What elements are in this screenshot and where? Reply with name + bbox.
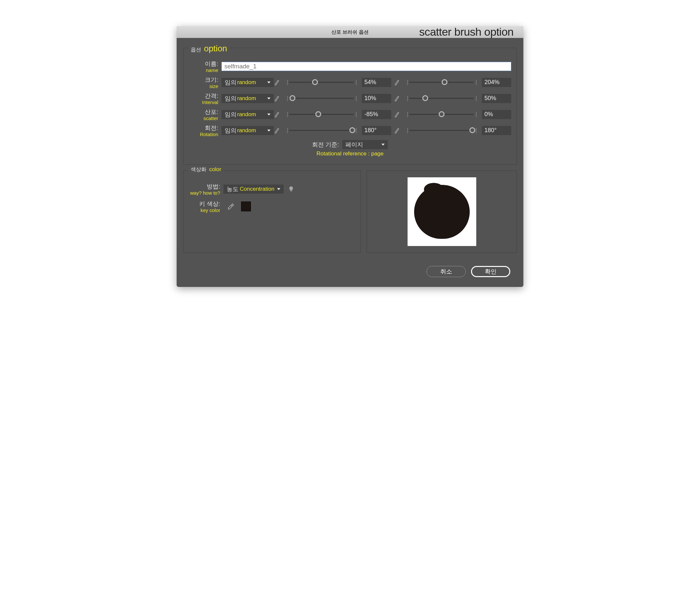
- method-label: 방법: way? how to?: [189, 182, 220, 195]
- cancel-button[interactable]: 취소: [427, 266, 466, 277]
- size-row: 크기: size 임의random 54%: [189, 76, 511, 89]
- scatter-value-1[interactable]: -85%: [362, 110, 391, 119]
- dialog-actions: 취소 확인: [183, 259, 517, 277]
- scatter-mode-dropdown[interactable]: 임의random: [221, 110, 274, 119]
- brush-shape: [414, 185, 470, 239]
- interval-value-1[interactable]: 10%: [362, 94, 391, 103]
- title-ko: 산포 브러쉬 옵션: [331, 29, 368, 35]
- rotation-value-2[interactable]: 180°: [482, 126, 511, 135]
- key-color-row: 키 색상: key color: [189, 200, 355, 212]
- interval-mode-dropdown[interactable]: 임의random: [221, 94, 274, 103]
- size-mode-dropdown[interactable]: 임의random: [221, 78, 274, 87]
- name-input[interactable]: [221, 62, 511, 71]
- name-label: 이름: name: [189, 60, 218, 73]
- scatter-brush-option-dialog: 산포 브러쉬 옵션 scatter brush option 옵션 option…: [177, 26, 523, 287]
- size-slider-1[interactable]: [286, 78, 356, 86]
- eyedropper-icon[interactable]: [227, 203, 234, 210]
- pen-icon: [274, 127, 281, 134]
- rotation-value-1[interactable]: 180°: [362, 126, 391, 135]
- size-slider-2[interactable]: [406, 78, 477, 86]
- rotation-ref-label: 회전 기준:: [312, 141, 339, 149]
- interval-slider-2[interactable]: [406, 95, 477, 102]
- tip-icon[interactable]: [288, 185, 295, 193]
- color-legend: 색상화 color: [188, 166, 224, 173]
- scatter-label: 산포: scatter: [189, 108, 218, 121]
- rotation-row: 회전: Rotation 임의random 180°: [189, 124, 511, 137]
- rotation-slider-1[interactable]: [286, 127, 356, 134]
- pen-icon: [394, 127, 401, 134]
- method-row: 방법: way? how to? 농도 Concentration: [189, 182, 355, 195]
- size-label: 크기: size: [189, 76, 218, 89]
- ok-button[interactable]: 확인: [471, 266, 510, 277]
- pen-icon: [394, 95, 401, 102]
- rotation-label: 회전: Rotation: [189, 124, 218, 137]
- scatter-row: 산포: scatter 임의random -85%: [189, 108, 511, 121]
- options-legend: 옵션 option: [188, 44, 230, 54]
- method-dropdown[interactable]: 농도 Concentration: [223, 184, 283, 194]
- interval-row: 간격: Interval 임의random 10%: [189, 92, 511, 105]
- interval-label: 간격: Interval: [189, 92, 218, 105]
- title-en-annotation: scatter brush option: [419, 26, 514, 38]
- pen-icon: [274, 79, 281, 86]
- scatter-slider-2[interactable]: [406, 110, 477, 119]
- scatter-slider-1[interactable]: [286, 110, 356, 119]
- pen-icon: [394, 79, 401, 86]
- rotation-ref-annotation: Rotational reference : page: [316, 150, 383, 157]
- pen-icon: [394, 111, 401, 118]
- size-value-1[interactable]: 54%: [362, 78, 391, 87]
- pen-icon: [274, 111, 281, 118]
- rotation-slider-2[interactable]: [406, 127, 477, 134]
- key-color-label: 키 색상: key color: [189, 200, 220, 212]
- options-fieldset: 옵션 option 이름: name 크기: size 임의random: [183, 48, 517, 165]
- name-row: 이름: name: [189, 60, 511, 73]
- preview-panel: [367, 171, 517, 253]
- rotation-ref-dropdown[interactable]: 페이지: [342, 140, 388, 149]
- key-color-swatch[interactable]: [241, 202, 251, 211]
- brush-preview: [407, 177, 476, 246]
- pen-icon: [274, 95, 281, 102]
- color-fieldset: 색상화 color 방법: way? how to? 농도 Concentrat…: [183, 171, 361, 253]
- size-value-2[interactable]: 204%: [482, 78, 511, 87]
- scatter-value-2[interactable]: 0%: [482, 110, 511, 119]
- rotation-reference: 회전 기준: 페이지 Rotational reference : page: [189, 140, 511, 157]
- titlebar[interactable]: 산포 브러쉬 옵션 scatter brush option: [177, 26, 523, 38]
- rotation-mode-dropdown[interactable]: 임의random: [221, 126, 274, 135]
- interval-value-2[interactable]: 50%: [482, 94, 511, 103]
- interval-slider-1[interactable]: [286, 95, 356, 102]
